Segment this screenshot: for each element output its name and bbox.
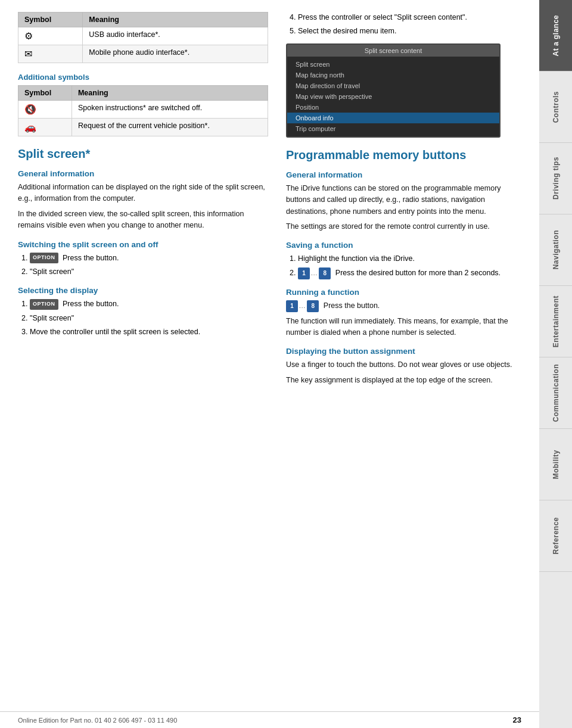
split-screen-heading: Split screen* bbox=[18, 147, 268, 161]
screen-title-bar: Split screen content bbox=[287, 45, 499, 57]
general-info-text-1: Additional information can be displayed … bbox=[18, 182, 268, 205]
dots-run-icon: ... bbox=[299, 301, 306, 311]
sidebar-tab-label: Reference bbox=[552, 517, 560, 555]
btn-8-icon: 8 bbox=[319, 267, 331, 279]
running-heading: Running a function bbox=[286, 288, 521, 297]
list-item: Press the controller or select "Split sc… bbox=[298, 12, 521, 23]
meaning-cell: USB audio interface*. bbox=[83, 27, 268, 45]
btn-1-icon: 1 bbox=[298, 267, 310, 279]
meaning-col-header-2: Meaning bbox=[72, 86, 268, 101]
usb-icon: ⚙ bbox=[24, 31, 33, 41]
saving-step-2-text: Press the desired button for more than 2… bbox=[335, 269, 500, 277]
sidebar-tab-driving-tips[interactable]: Driving tips bbox=[539, 143, 572, 214]
page-number: 23 bbox=[513, 715, 521, 724]
screen-menu-item: Map direction of travel bbox=[287, 80, 499, 91]
screen-menu-item: Position bbox=[287, 102, 499, 113]
running-step-label: Press the button. bbox=[324, 301, 380, 310]
symbol-cell: 🚗 bbox=[18, 119, 72, 136]
running-step-p: 1 ... 8 Press the button. bbox=[286, 300, 521, 312]
sidebar-tab-label: Controls bbox=[552, 91, 560, 123]
car-position-icon: 🚗 bbox=[24, 122, 36, 132]
sidebar-tab-controls[interactable]: Controls bbox=[539, 71, 572, 143]
meaning-col-header: Meaning bbox=[83, 13, 268, 27]
page-footer: Online Edition for Part no. 01 40 2 606 … bbox=[0, 711, 539, 728]
main-content: Symbol Meaning ⚙ USB audio interface*. ✉ bbox=[0, 0, 539, 728]
selecting-steps-list: OPTION Press the button. "Split screen" … bbox=[18, 298, 268, 338]
additional-symbols-label: Additional symbols bbox=[18, 73, 268, 82]
symbol-table-1: Symbol Meaning ⚙ USB audio interface*. ✉ bbox=[18, 12, 268, 63]
screen-menu-item: Map view with perspective bbox=[287, 91, 499, 102]
right-column: Press the controller or select "Split sc… bbox=[286, 12, 521, 704]
option-button-icon: OPTION bbox=[30, 253, 58, 263]
btn-1-run-icon: 1 bbox=[286, 300, 298, 312]
table-row: 🔇 Spoken instructions* are switched off. bbox=[18, 101, 268, 119]
selecting-step-1: Press the button. bbox=[63, 300, 119, 308]
dots-icon: ... bbox=[311, 269, 318, 278]
switching-heading: Switching the split screen on and off bbox=[18, 240, 268, 249]
displaying-heading: Displaying the button assignment bbox=[286, 347, 521, 356]
screen-menu-item-highlighted: Onboard info bbox=[287, 113, 499, 123]
general-info-text-2: In the divided screen view, the so-calle… bbox=[18, 209, 268, 232]
sidebar-tab-at-a-glance[interactable]: At a glance bbox=[539, 0, 572, 71]
sidebar-tab-label: Communication bbox=[552, 364, 560, 422]
sidebar-tab-label: Mobility bbox=[552, 450, 560, 479]
phone-icon: ✉ bbox=[24, 49, 32, 59]
symbol-table-2: Symbol Meaning 🔇 Spoken instructions* ar… bbox=[18, 85, 268, 136]
page-container: Symbol Meaning ⚙ USB audio interface*. ✉ bbox=[0, 0, 572, 728]
displaying-text-2: The key assignment is displayed at the t… bbox=[286, 375, 521, 386]
selecting-heading: Selecting the display bbox=[18, 286, 268, 295]
displaying-text-1: Use a finger to touch the buttons. Do no… bbox=[286, 359, 521, 371]
sidebar-tab-entertainment[interactable]: Entertainment bbox=[539, 286, 572, 357]
screen-menu-item: Trip computer bbox=[287, 123, 499, 134]
meaning-cell: Request of the current vehicle position*… bbox=[72, 119, 268, 136]
list-item: Move the controller until the split scre… bbox=[30, 326, 268, 338]
list-item: OPTION Press the button. bbox=[30, 298, 268, 310]
screen-menu: Split screen Map facing north Map direct… bbox=[287, 57, 499, 136]
list-item: OPTION Press the button. bbox=[30, 253, 268, 264]
table-row: ⚙ USB audio interface*. bbox=[18, 27, 268, 45]
table-row: 🚗 Request of the current vehicle positio… bbox=[18, 119, 268, 136]
programmable-heading: Programmable memory buttons bbox=[286, 148, 521, 162]
screen-menu-item: Split screen bbox=[287, 59, 499, 70]
btn-8-run-icon: 8 bbox=[307, 300, 319, 312]
list-item: 1 ... 8 Press the desired button for mor… bbox=[298, 267, 521, 279]
gen-info-text-2: The settings are stored for the remote c… bbox=[286, 221, 521, 232]
sidebar-tab-label: Navigation bbox=[552, 230, 560, 269]
switching-steps-list: OPTION Press the button. "Split screen" bbox=[18, 253, 268, 278]
right-sidebar: At a glance Controls Driving tips Naviga… bbox=[539, 0, 572, 728]
speaker-off-icon: 🔇 bbox=[24, 104, 36, 114]
online-edition-text: Online Edition for Part no. 01 40 2 606 … bbox=[18, 717, 177, 724]
sidebar-tab-mobility[interactable]: Mobility bbox=[539, 429, 572, 500]
steps-4-5-list: Press the controller or select "Split sc… bbox=[286, 12, 521, 38]
sidebar-tab-communication[interactable]: Communication bbox=[539, 357, 572, 429]
saving-heading: Saving a function bbox=[286, 241, 521, 250]
gen-info-text-1: The iDrive functions can be stored on th… bbox=[286, 183, 521, 217]
screen-image: Split screen content Split screen Map fa… bbox=[286, 43, 500, 138]
symbol-cell: ⚙ bbox=[18, 27, 83, 45]
general-info-heading-left: General information bbox=[18, 169, 268, 178]
sidebar-tab-label: Driving tips bbox=[552, 157, 560, 200]
list-item: Highlight the function via the iDrive. bbox=[298, 253, 521, 265]
gen-info-heading-right: General information bbox=[286, 170, 521, 179]
saving-steps-list: Highlight the function via the iDrive. 1… bbox=[286, 253, 521, 279]
sidebar-tab-reference[interactable]: Reference bbox=[539, 500, 572, 572]
sidebar-tab-label: At a glance bbox=[552, 15, 560, 57]
meaning-cell: Mobile phone audio interface*. bbox=[83, 45, 268, 63]
sidebar-tab-label: Entertainment bbox=[552, 295, 560, 347]
screen-menu-item: Map facing north bbox=[287, 70, 499, 80]
left-column: Symbol Meaning ⚙ USB audio interface*. ✉ bbox=[18, 12, 268, 704]
switching-step-1: Press the button. bbox=[63, 254, 119, 262]
meaning-cell: Spoken instructions* are switched off. bbox=[72, 101, 268, 119]
table-row: ✉ Mobile phone audio interface*. bbox=[18, 45, 268, 63]
list-item: "Split screen" bbox=[30, 266, 268, 278]
symbol-cell: ✉ bbox=[18, 45, 83, 63]
sidebar-tab-navigation[interactable]: Navigation bbox=[539, 214, 572, 286]
option-button-icon-2: OPTION bbox=[30, 299, 58, 310]
symbol-col-header-2: Symbol bbox=[18, 86, 72, 101]
button-group-run: 1 ... 8 bbox=[286, 300, 319, 312]
list-item: "Split screen" bbox=[30, 313, 268, 324]
list-item: Select the desired menu item. bbox=[298, 26, 521, 37]
running-text: The function will run immediately. This … bbox=[286, 316, 521, 339]
symbol-col-header: Symbol bbox=[18, 13, 83, 27]
symbol-cell: 🔇 bbox=[18, 101, 72, 119]
